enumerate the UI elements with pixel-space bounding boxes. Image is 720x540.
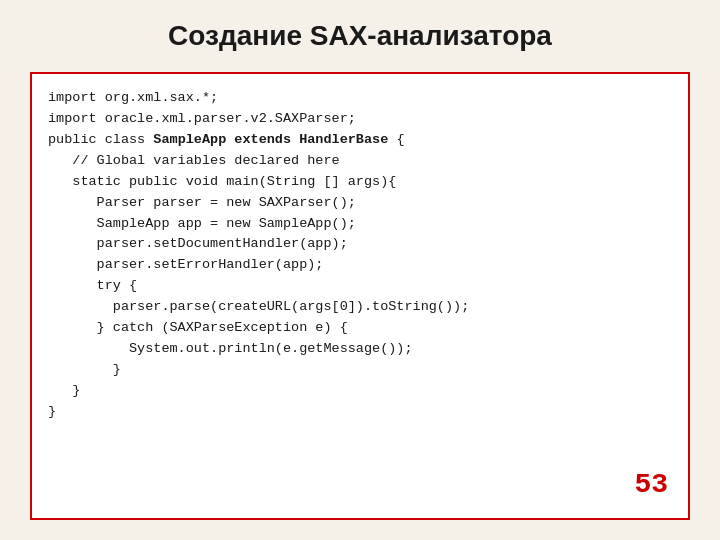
code-block: import org.xml.sax.*; import oracle.xml.…	[30, 72, 690, 520]
code-line-13: System.out.println(e.getMessage());	[48, 339, 672, 360]
code-line-9: parser.setErrorHandler(app);	[48, 255, 672, 276]
code-line-10: try {	[48, 276, 672, 297]
code-line-16: }	[48, 402, 672, 423]
code-line-8: parser.setDocumentHandler(app);	[48, 234, 672, 255]
code-line-12: } catch (SAXParseException e) {	[48, 318, 672, 339]
page-title: Создание SAX-анализатора	[168, 20, 552, 52]
code-line-6: Parser parser = new SAXParser();	[48, 193, 672, 214]
code-line-3: public class SampleApp extends HandlerBa…	[48, 130, 672, 151]
code-line-4: // Global variables declared here	[48, 151, 672, 172]
code-line-15: }	[48, 381, 672, 402]
page-number: 53	[634, 463, 668, 506]
code-line-2: import oracle.xml.parser.v2.SAXParser;	[48, 109, 672, 130]
code-line-14: }	[48, 360, 672, 381]
code-line-11: parser.parse(createURL(args[0]).toString…	[48, 297, 672, 318]
code-line-1: import org.xml.sax.*;	[48, 88, 672, 109]
code-line-5: static public void main(String [] args){	[48, 172, 672, 193]
code-line-7: SampleApp app = new SampleApp();	[48, 214, 672, 235]
